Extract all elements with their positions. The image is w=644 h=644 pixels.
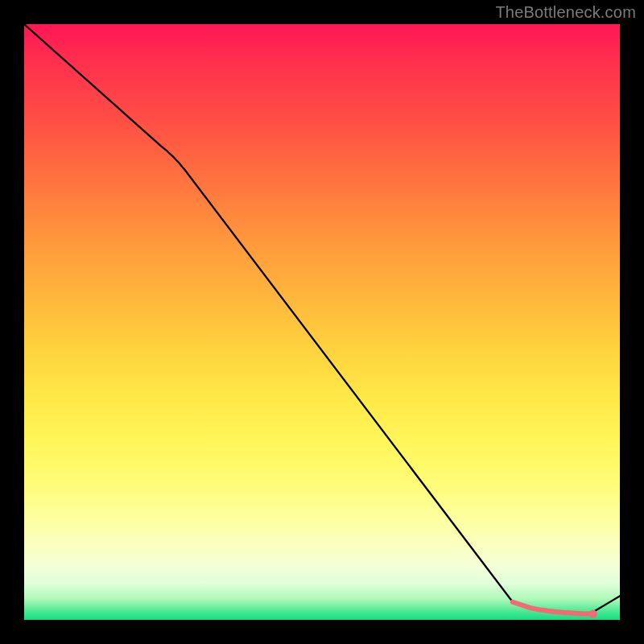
- red-marker-group: [513, 602, 597, 618]
- chart-container: TheBottleneck.com: [0, 0, 644, 644]
- red-segment-end-dot: [589, 609, 597, 617]
- attribution-label: TheBottleneck.com: [495, 3, 636, 22]
- line-chart-svg: [24, 24, 620, 620]
- chart-layer: [24, 24, 620, 618]
- red-segment-line: [513, 602, 593, 614]
- bottleneck-curve-path: [24, 24, 620, 614]
- plot-area: [24, 24, 620, 620]
